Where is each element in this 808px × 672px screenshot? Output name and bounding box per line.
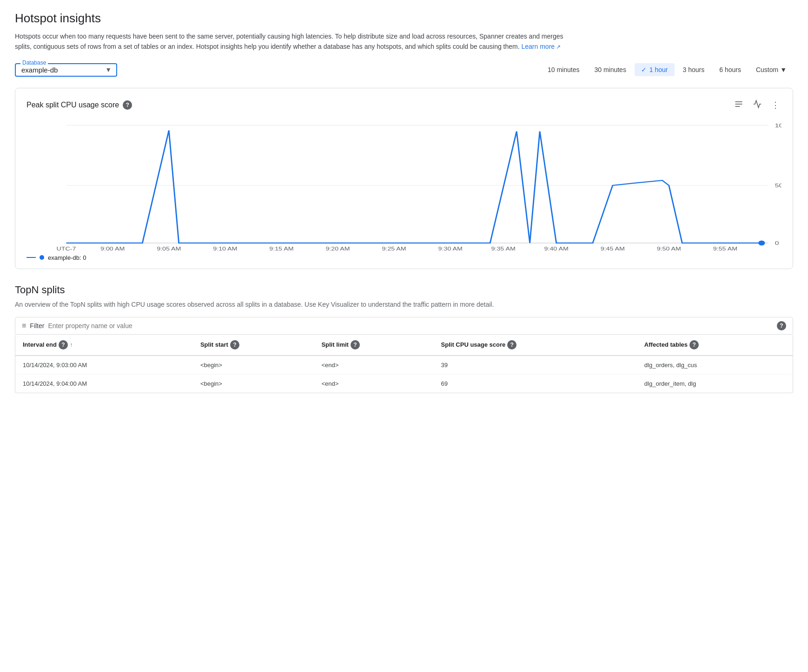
svg-text:9:00 AM: 9:00 AM [100,246,125,250]
svg-text:9:40 AM: 9:40 AM [544,246,569,250]
legend-line-icon [26,257,36,258]
col-affected-tables-help[interactable]: ? [689,340,699,349]
topn-table: Interval end ? ↑ Split start ? Spl [15,335,793,393]
table-wrapper: Interval end ? ↑ Split start ? Spl [15,335,793,393]
svg-text:9:55 AM: 9:55 AM [713,246,737,250]
filter-bar: ≡ Filter ? [15,317,793,335]
chart-actions: ⋮ [732,98,782,113]
col-split-limit-help[interactable]: ? [351,340,360,349]
chart-more-button[interactable]: ⋮ [769,98,782,112]
database-selector-wrapper: Database example-db ▼ [15,63,117,77]
chart-header: Peak split CPU usage score ? ⋮ [26,98,782,113]
svg-text:50: 50 [775,182,782,189]
legend-label: example-db: 0 [48,254,86,261]
svg-text:0: 0 [775,240,779,246]
svg-text:9:05 AM: 9:05 AM [157,246,181,250]
filter-help-icon[interactable]: ? [777,321,786,330]
col-cpu-score: Split CPU usage score ? [434,335,637,356]
topn-title: TopN splits [15,284,793,296]
chart-annotate-button[interactable] [751,98,764,113]
cell-split-start-1: <begin> [193,374,314,393]
svg-point-22 [758,240,765,245]
chart-svg: 100 50 0 UTC-7 9:00 AM 9:05 AM 9:10 AM 9… [26,120,782,250]
cell-interval-end-1: 10/14/2024, 9:04:00 AM [15,374,193,393]
filter-input[interactable] [48,322,187,329]
col-split-limit: Split limit ? [314,335,433,356]
chart-help-icon[interactable]: ? [123,100,132,110]
controls-row: Database example-db ▼ 10 minutes 30 minu… [15,63,793,77]
time-btn-custom[interactable]: Custom ▼ [749,63,793,76]
time-btn-1h[interactable]: ✓ 1 hour [635,63,675,76]
col-interval-end-help[interactable]: ? [59,340,68,349]
svg-text:9:25 AM: 9:25 AM [382,246,406,250]
svg-text:9:30 AM: 9:30 AM [438,246,463,250]
filter-icon: ≡ [22,322,26,330]
table-header-row: Interval end ? ↑ Split start ? Spl [15,335,793,356]
col-interval-end-sort-icon[interactable]: ↑ [70,342,73,348]
time-btn-6h[interactable]: 6 hours [713,63,748,76]
table-row: 10/14/2024, 9:03:00 AM <begin> <end> 39 … [15,356,793,375]
chart-area: 100 50 0 UTC-7 9:00 AM 9:05 AM 9:10 AM 9… [26,120,782,250]
svg-text:100: 100 [775,122,782,129]
svg-text:9:45 AM: 9:45 AM [601,246,625,250]
cell-split-start-0: <begin> [193,356,314,375]
svg-text:9:50 AM: 9:50 AM [657,246,681,250]
cell-split-limit-1: <end> [314,374,433,393]
chart-legend: example-db: 0 [26,254,782,261]
legend-dot-icon [40,255,44,260]
topn-desc: An overview of the TopN splits with high… [15,300,793,310]
svg-text:9:20 AM: 9:20 AM [325,246,350,250]
col-affected-tables: Affected tables ? [637,335,793,356]
svg-text:9:35 AM: 9:35 AM [491,246,516,250]
chart-legend-toggle-button[interactable] [732,98,745,113]
topn-section: TopN splits An overview of the TopN spli… [15,284,793,393]
table-row: 10/14/2024, 9:04:00 AM <begin> <end> 69 … [15,374,793,393]
time-btn-30m[interactable]: 30 minutes [588,63,632,76]
cell-cpu-score-1: 69 [434,374,637,393]
database-select[interactable]: example-db [21,66,111,74]
chart-card: Peak split CPU usage score ? ⋮ [15,88,793,269]
cell-cpu-score-0: 39 [434,356,637,375]
filter-label: Filter [30,322,44,329]
page-description: Hotspots occur when too many requests ha… [15,31,563,52]
cell-split-limit-0: <end> [314,356,433,375]
svg-text:UTC-7: UTC-7 [57,246,76,250]
col-cpu-score-help[interactable]: ? [507,340,517,349]
time-btn-10m[interactable]: 10 minutes [541,63,586,76]
time-btn-1h-checkmark: ✓ [641,66,647,73]
time-btn-3h[interactable]: 3 hours [676,63,711,76]
filter-left: ≡ Filter [22,322,187,330]
cell-interval-end-0: 10/14/2024, 9:03:00 AM [15,356,193,375]
cell-affected-tables-0: dlg_orders, dlg_cus [637,356,793,375]
chart-title-row: Peak split CPU usage score ? [26,100,132,110]
svg-text:9:10 AM: 9:10 AM [213,246,237,250]
custom-chevron-icon: ▼ [780,66,787,73]
col-split-start: Split start ? [193,335,314,356]
time-range-group: 10 minutes 30 minutes ✓ 1 hour 3 hours 6… [541,63,793,76]
learn-more-link[interactable]: Learn more [522,43,561,50]
svg-text:9:15 AM: 9:15 AM [269,246,293,250]
col-split-start-help[interactable]: ? [230,340,239,349]
database-label: Database [20,59,48,66]
col-interval-end: Interval end ? ↑ [15,335,193,356]
chart-title: Peak split CPU usage score [26,101,119,109]
cell-affected-tables-1: dlg_order_item, dlg [637,374,793,393]
page-title: Hotspot insights [15,11,793,26]
